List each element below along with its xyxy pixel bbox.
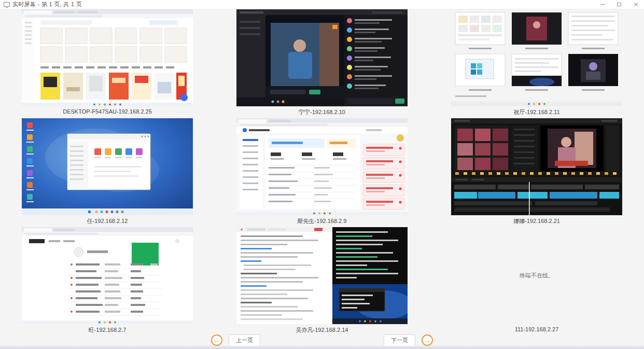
terminal-cell: 旺-192.168.2.7 bbox=[0, 227, 215, 336]
next-group: 下一页 → bbox=[384, 334, 433, 346]
window-controls bbox=[594, 0, 644, 9]
page-title: 实时屏幕 - 第 1 页, 共 1 页 bbox=[12, 1, 82, 8]
pagination: ← 上一页 下一页 → bbox=[0, 334, 644, 346]
offline-terminal-area: 终端不在线。 bbox=[451, 227, 622, 324]
terminal-cell: DESKTOP-F547SAU-192.168.2.25 bbox=[0, 9, 215, 118]
prev-page-button[interactable]: 上一页 bbox=[229, 334, 260, 346]
title-bar: 实时屏幕 - 第 1 页, 共 1 页 bbox=[0, 0, 644, 9]
app-window: { "titlebar": { "title": "实时屏幕 - 第 1 页, … bbox=[0, 0, 644, 349]
terminal-label: 旺-192.168.2.7 bbox=[0, 326, 215, 334]
close-button[interactable] bbox=[627, 0, 644, 9]
terminal-cell: 娜娜-192.168.2.21 bbox=[429, 118, 644, 227]
terminal-label: 111-192.168.2.27 bbox=[429, 326, 644, 332]
arrow-left-icon: ← bbox=[214, 337, 220, 344]
minimize-button[interactable] bbox=[594, 0, 611, 9]
screen-preview bbox=[236, 9, 408, 106]
terminal-cell: 终端不在线。 111-192.168.2.27 bbox=[429, 227, 644, 336]
screen-preview bbox=[22, 9, 193, 106]
screen-thumbnail[interactable] bbox=[22, 118, 193, 215]
maximize-button[interactable] bbox=[611, 0, 627, 9]
maximize-icon bbox=[617, 3, 621, 6]
realtime-screen-icon bbox=[4, 2, 10, 7]
screen-thumbnail[interactable] bbox=[22, 9, 193, 106]
screen-thumbnail[interactable] bbox=[451, 118, 622, 215]
taskbar-edge bbox=[0, 346, 644, 349]
close-icon bbox=[634, 2, 638, 7]
terminal-label: 娜娜-192.168.2.21 bbox=[429, 217, 644, 225]
terminal-label: 祝厅-192.168.2.11 bbox=[429, 108, 644, 116]
screen-thumbnail[interactable] bbox=[236, 118, 408, 215]
terminal-cell: 宁宁-192.168.2.10 bbox=[215, 9, 429, 118]
minimize-icon bbox=[600, 4, 605, 5]
next-page-arrow-button[interactable]: → bbox=[422, 334, 433, 346]
terminal-cell: 吴亦凡-192.168.2.14 bbox=[215, 227, 429, 336]
screen-preview bbox=[451, 118, 622, 215]
terminal-label: 任-192.168.2.12 bbox=[0, 217, 215, 225]
screen-preview bbox=[236, 118, 408, 215]
prev-page-arrow-button[interactable]: ← bbox=[211, 334, 222, 346]
terminal-grid: DESKTOP-F547SAU-192.168.2.25 bbox=[0, 9, 644, 336]
screen-thumbnail[interactable] bbox=[22, 227, 193, 324]
terminal-cell: 斯先生-192.168.2.9 bbox=[215, 118, 429, 227]
screen-preview bbox=[22, 118, 193, 215]
screen-preview bbox=[22, 227, 193, 324]
screen-thumbnail[interactable] bbox=[236, 9, 408, 106]
terminal-label: 宁宁-192.168.2.10 bbox=[215, 108, 429, 116]
next-page-button[interactable]: 下一页 bbox=[384, 334, 415, 346]
screen-thumbnail[interactable] bbox=[236, 227, 408, 324]
terminal-cell: 祝厅-192.168.2.11 bbox=[429, 9, 644, 118]
arrow-right-icon: → bbox=[424, 337, 431, 344]
terminal-label: DESKTOP-F547SAU-192.168.2.25 bbox=[0, 108, 215, 115]
screen-preview bbox=[451, 9, 622, 106]
terminal-label: 斯先生-192.168.2.9 bbox=[215, 217, 429, 225]
offline-status-text: 终端不在线。 bbox=[520, 272, 554, 280]
prev-group: ← 上一页 bbox=[211, 334, 260, 346]
screen-preview bbox=[236, 227, 408, 324]
screen-thumbnail[interactable] bbox=[451, 9, 622, 106]
terminal-cell: 任-192.168.2.12 bbox=[0, 118, 215, 227]
terminal-label: 吴亦凡-192.168.2.14 bbox=[215, 326, 429, 334]
